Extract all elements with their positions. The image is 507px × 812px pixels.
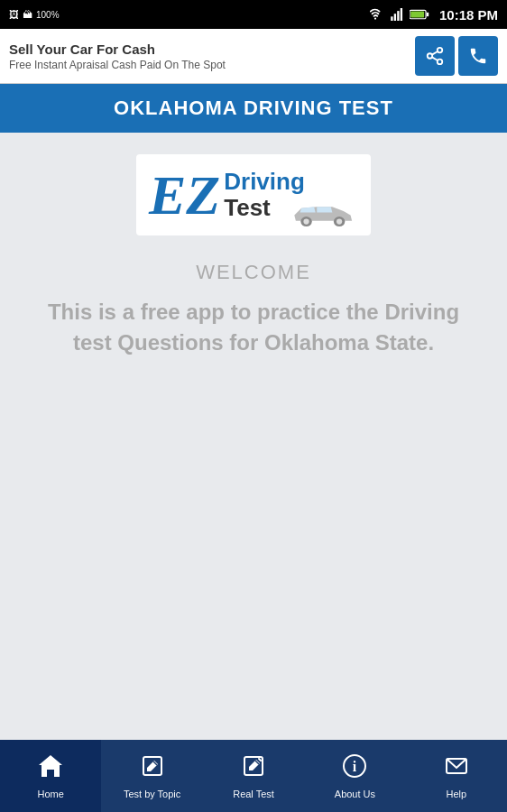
status-left: 🖼 🏔 100% xyxy=(9,9,364,20)
ad-text: Sell Your Car For Cash Free Instant Apra… xyxy=(9,42,415,71)
svg-rect-2 xyxy=(394,14,396,21)
app-title: OKLAHOMA DRIVING TEST xyxy=(9,97,498,120)
bottom-nav: Home Test by Topic Real T xyxy=(0,740,507,812)
welcome-section: WELCOME This is a free app to practice t… xyxy=(9,261,498,357)
ad-banner: Sell Your Car For Cash Free Instant Apra… xyxy=(0,29,507,84)
ad-buttons xyxy=(415,36,498,76)
screen-icon: 🖼 xyxy=(9,9,19,20)
nav-about-us-label: About Us xyxy=(335,789,375,799)
nav-test-by-topic-label: Test by Topic xyxy=(124,789,180,799)
logo-container: EZ Driving Test xyxy=(136,154,371,235)
welcome-title: WELCOME xyxy=(27,261,480,284)
help-icon xyxy=(444,753,469,785)
nav-about-us[interactable]: i About Us xyxy=(304,740,405,812)
nav-real-test-label: Real Test xyxy=(233,789,274,799)
svg-point-11 xyxy=(303,218,309,224)
nav-home[interactable]: Home xyxy=(0,740,101,812)
ad-title: Sell Your Car For Cash xyxy=(9,42,415,57)
nav-test-by-topic[interactable]: Test by Topic xyxy=(101,740,202,812)
nav-home-label: Home xyxy=(38,789,64,799)
battery-icon xyxy=(410,9,429,20)
svg-rect-7 xyxy=(427,13,429,17)
logo-ez: EZ xyxy=(149,167,220,223)
status-bar: 🖼 🏔 100% xyxy=(0,0,507,29)
ad-subtitle: Free Instant Apraisal Cash Paid On The S… xyxy=(9,59,415,71)
real-test-icon xyxy=(241,753,266,785)
edit-icon xyxy=(140,753,165,785)
ad-share-button[interactable] xyxy=(415,36,455,76)
svg-rect-4 xyxy=(401,8,402,21)
share-icon xyxy=(425,46,445,66)
image-icon: 🏔 xyxy=(23,9,32,20)
info-icon: i xyxy=(342,753,367,785)
nav-help-label: Help xyxy=(447,789,467,799)
welcome-body: This is a free app to practice the Drivi… xyxy=(27,297,480,357)
app-wrapper: 🖼 🏔 100% xyxy=(0,0,507,812)
svg-line-8 xyxy=(432,57,438,60)
svg-point-0 xyxy=(374,17,376,19)
status-time: 10:18 PM xyxy=(439,7,498,23)
svg-line-9 xyxy=(432,51,438,55)
signal-icon xyxy=(391,8,405,21)
app-header: OKLAHOMA DRIVING TEST xyxy=(0,84,507,133)
logo-car-icon xyxy=(288,201,360,230)
percent-label: 100% xyxy=(36,10,60,20)
svg-rect-6 xyxy=(410,11,424,17)
phone-icon xyxy=(468,46,488,66)
nav-real-test[interactable]: Real Test xyxy=(203,740,304,812)
home-icon xyxy=(37,753,64,785)
nav-help[interactable]: Help xyxy=(406,740,507,812)
wifi-icon xyxy=(370,8,386,21)
status-right: 10:18 PM xyxy=(370,7,498,23)
svg-rect-1 xyxy=(391,16,392,21)
logo-driving: Driving xyxy=(224,169,305,195)
svg-point-13 xyxy=(336,218,342,224)
svg-text:i: i xyxy=(353,759,357,774)
ad-call-button[interactable] xyxy=(458,36,498,76)
content-area: EZ Driving Test xyxy=(0,133,507,740)
svg-rect-3 xyxy=(397,11,399,21)
